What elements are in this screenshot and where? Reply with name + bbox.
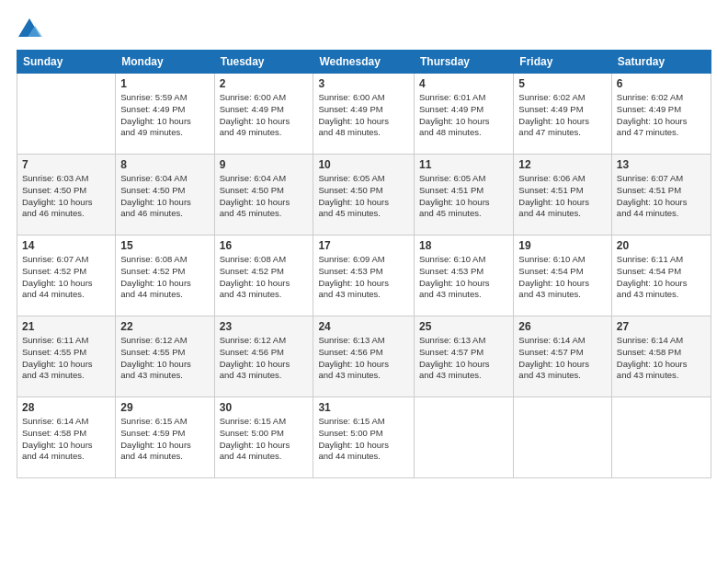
day-number: 13: [617, 158, 706, 171]
day-info: Sunrise: 6:04 AM Sunset: 4:50 PM Dayligh…: [220, 173, 309, 220]
day-number: 31: [318, 401, 409, 414]
calendar-week-row: 14Sunrise: 6:07 AM Sunset: 4:52 PM Dayli…: [17, 236, 711, 316]
day-info: Sunrise: 6:10 AM Sunset: 4:53 PM Dayligh…: [419, 254, 508, 301]
calendar-table: SundayMondayTuesdayWednesdayThursdayFrid…: [17, 50, 711, 478]
calendar-cell: 17Sunrise: 6:09 AM Sunset: 4:53 PM Dayli…: [313, 236, 415, 316]
day-number: 30: [220, 401, 309, 414]
calendar-cell: 7Sunrise: 6:03 AM Sunset: 4:50 PM Daylig…: [17, 155, 116, 236]
day-number: 26: [518, 320, 607, 333]
weekday-header: Friday: [514, 51, 612, 74]
calendar-cell: 18Sunrise: 6:10 AM Sunset: 4:53 PM Dayli…: [415, 236, 514, 316]
day-number: 4: [419, 77, 508, 90]
day-number: 18: [419, 239, 508, 252]
calendar-cell: 30Sunrise: 6:15 AM Sunset: 5:00 PM Dayli…: [214, 397, 313, 478]
day-info: Sunrise: 6:02 AM Sunset: 4:49 PM Dayligh…: [617, 92, 706, 139]
day-info: Sunrise: 6:14 AM Sunset: 4:58 PM Dayligh…: [617, 335, 706, 382]
day-info: Sunrise: 5:59 AM Sunset: 4:49 PM Dayligh…: [120, 92, 209, 139]
calendar-cell: 21Sunrise: 6:11 AM Sunset: 4:55 PM Dayli…: [17, 316, 116, 397]
calendar-cell: 9Sunrise: 6:04 AM Sunset: 4:50 PM Daylig…: [214, 155, 313, 236]
day-info: Sunrise: 6:15 AM Sunset: 5:00 PM Dayligh…: [220, 416, 309, 463]
calendar-cell: 13Sunrise: 6:07 AM Sunset: 4:51 PM Dayli…: [611, 155, 711, 236]
day-info: Sunrise: 6:04 AM Sunset: 4:50 PM Dayligh…: [120, 173, 209, 220]
calendar-cell: 11Sunrise: 6:05 AM Sunset: 4:51 PM Dayli…: [415, 155, 514, 236]
day-number: 29: [120, 401, 209, 414]
day-number: 11: [419, 158, 508, 171]
day-number: 23: [220, 320, 309, 333]
calendar-cell: 28Sunrise: 6:14 AM Sunset: 4:58 PM Dayli…: [17, 397, 116, 478]
day-info: Sunrise: 6:11 AM Sunset: 4:55 PM Dayligh…: [22, 335, 110, 382]
calendar-cell: 10Sunrise: 6:05 AM Sunset: 4:50 PM Dayli…: [313, 155, 415, 236]
calendar-cell: 19Sunrise: 6:10 AM Sunset: 4:54 PM Dayli…: [514, 236, 612, 316]
calendar-cell: 2Sunrise: 6:00 AM Sunset: 4:49 PM Daylig…: [214, 74, 313, 155]
calendar-cell: 12Sunrise: 6:06 AM Sunset: 4:51 PM Dayli…: [514, 155, 612, 236]
day-number: 28: [22, 401, 110, 414]
weekday-header: Thursday: [415, 51, 514, 74]
weekday-header: Tuesday: [214, 51, 313, 74]
calendar-cell: 1Sunrise: 5:59 AM Sunset: 4:49 PM Daylig…: [116, 74, 214, 155]
logo: [17, 17, 46, 42]
day-info: Sunrise: 6:05 AM Sunset: 4:51 PM Dayligh…: [419, 173, 508, 220]
day-info: Sunrise: 6:13 AM Sunset: 4:56 PM Dayligh…: [318, 335, 409, 382]
day-number: 22: [120, 320, 209, 333]
day-info: Sunrise: 6:00 AM Sunset: 4:49 PM Dayligh…: [318, 92, 409, 139]
weekday-header: Wednesday: [313, 51, 415, 74]
day-number: 17: [318, 239, 409, 252]
day-number: 12: [518, 158, 607, 171]
day-info: Sunrise: 6:07 AM Sunset: 4:52 PM Dayligh…: [22, 254, 110, 301]
calendar-cell: 31Sunrise: 6:15 AM Sunset: 5:00 PM Dayli…: [313, 397, 415, 478]
calendar-week-row: 7Sunrise: 6:03 AM Sunset: 4:50 PM Daylig…: [17, 155, 711, 236]
day-number: 3: [318, 77, 409, 90]
day-number: 21: [22, 320, 110, 333]
calendar-cell: 26Sunrise: 6:14 AM Sunset: 4:57 PM Dayli…: [514, 316, 612, 397]
calendar-cell: 29Sunrise: 6:15 AM Sunset: 4:59 PM Dayli…: [116, 397, 214, 478]
day-info: Sunrise: 6:12 AM Sunset: 4:56 PM Dayligh…: [220, 335, 309, 382]
day-number: 6: [617, 77, 706, 90]
day-number: 14: [22, 239, 110, 252]
day-number: 10: [318, 158, 409, 171]
day-info: Sunrise: 6:14 AM Sunset: 4:58 PM Dayligh…: [22, 416, 110, 463]
calendar-cell: 15Sunrise: 6:08 AM Sunset: 4:52 PM Dayli…: [116, 236, 214, 316]
weekday-header: Saturday: [611, 51, 711, 74]
weekday-header: Sunday: [17, 51, 116, 74]
day-number: 27: [617, 320, 706, 333]
day-info: Sunrise: 6:09 AM Sunset: 4:53 PM Dayligh…: [318, 254, 409, 301]
day-info: Sunrise: 6:14 AM Sunset: 4:57 PM Dayligh…: [518, 335, 607, 382]
day-info: Sunrise: 6:13 AM Sunset: 4:57 PM Dayligh…: [419, 335, 508, 382]
calendar-cell: [415, 397, 514, 478]
calendar-cell: 14Sunrise: 6:07 AM Sunset: 4:52 PM Dayli…: [17, 236, 116, 316]
day-number: 16: [220, 239, 309, 252]
calendar-cell: 27Sunrise: 6:14 AM Sunset: 4:58 PM Dayli…: [611, 316, 711, 397]
day-info: Sunrise: 6:12 AM Sunset: 4:55 PM Dayligh…: [120, 335, 209, 382]
day-info: Sunrise: 6:02 AM Sunset: 4:49 PM Dayligh…: [518, 92, 607, 139]
calendar-cell: 3Sunrise: 6:00 AM Sunset: 4:49 PM Daylig…: [313, 74, 415, 155]
day-number: 1: [120, 77, 209, 90]
day-info: Sunrise: 6:15 AM Sunset: 4:59 PM Dayligh…: [120, 416, 209, 463]
calendar-cell: 6Sunrise: 6:02 AM Sunset: 4:49 PM Daylig…: [611, 74, 711, 155]
day-number: 9: [220, 158, 309, 171]
calendar-week-row: 1Sunrise: 5:59 AM Sunset: 4:49 PM Daylig…: [17, 74, 711, 155]
calendar-cell: 24Sunrise: 6:13 AM Sunset: 4:56 PM Dayli…: [313, 316, 415, 397]
calendar-cell: 22Sunrise: 6:12 AM Sunset: 4:55 PM Dayli…: [116, 316, 214, 397]
day-info: Sunrise: 6:06 AM Sunset: 4:51 PM Dayligh…: [518, 173, 607, 220]
weekday-header-row: SundayMondayTuesdayWednesdayThursdayFrid…: [17, 51, 711, 74]
page: SundayMondayTuesdayWednesdayThursdayFrid…: [0, 0, 728, 563]
day-info: Sunrise: 6:08 AM Sunset: 4:52 PM Dayligh…: [120, 254, 209, 301]
weekday-header: Monday: [116, 51, 214, 74]
day-number: 2: [220, 77, 309, 90]
day-number: 15: [120, 239, 209, 252]
day-number: 5: [518, 77, 607, 90]
day-info: Sunrise: 6:05 AM Sunset: 4:50 PM Dayligh…: [318, 173, 409, 220]
day-info: Sunrise: 6:15 AM Sunset: 5:00 PM Dayligh…: [318, 416, 409, 463]
calendar-cell: 23Sunrise: 6:12 AM Sunset: 4:56 PM Dayli…: [214, 316, 313, 397]
calendar-week-row: 21Sunrise: 6:11 AM Sunset: 4:55 PM Dayli…: [17, 316, 711, 397]
day-info: Sunrise: 6:10 AM Sunset: 4:54 PM Dayligh…: [518, 254, 607, 301]
calendar-cell: 8Sunrise: 6:04 AM Sunset: 4:50 PM Daylig…: [116, 155, 214, 236]
day-info: Sunrise: 6:08 AM Sunset: 4:52 PM Dayligh…: [220, 254, 309, 301]
calendar-week-row: 28Sunrise: 6:14 AM Sunset: 4:58 PM Dayli…: [17, 397, 711, 478]
day-info: Sunrise: 6:01 AM Sunset: 4:49 PM Dayligh…: [419, 92, 508, 139]
day-number: 8: [120, 158, 209, 171]
calendar-cell: 5Sunrise: 6:02 AM Sunset: 4:49 PM Daylig…: [514, 74, 612, 155]
day-info: Sunrise: 6:00 AM Sunset: 4:49 PM Dayligh…: [220, 92, 309, 139]
day-number: 19: [518, 239, 607, 252]
calendar-cell: 25Sunrise: 6:13 AM Sunset: 4:57 PM Dayli…: [415, 316, 514, 397]
